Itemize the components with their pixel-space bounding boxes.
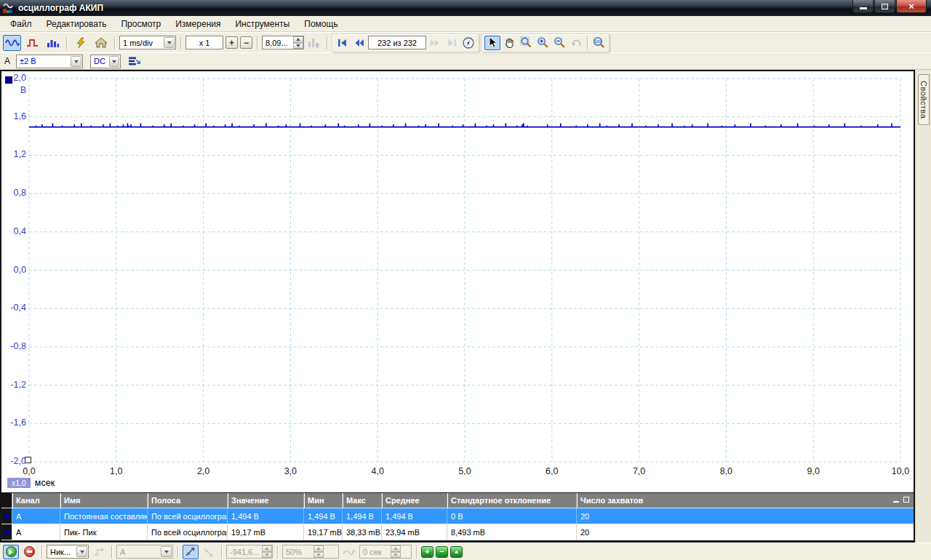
header-band[interactable]: Полоса bbox=[147, 493, 227, 508]
minimize-button[interactable] bbox=[852, 0, 874, 13]
combo-dropdown-button[interactable] bbox=[71, 56, 81, 67]
menu-edit[interactable]: Редактировать bbox=[39, 17, 114, 31]
pointer-zoom-group: 100 bbox=[482, 33, 610, 52]
timebase-combobox[interactable]: 1 ms/div bbox=[119, 36, 176, 49]
histogram-view-button[interactable] bbox=[44, 35, 62, 51]
menu-help[interactable]: Помощь bbox=[297, 17, 345, 31]
trigger-source-combobox: A bbox=[116, 545, 173, 559]
cell-mean: 1,494 В bbox=[381, 508, 447, 524]
header-captures[interactable]: Число захватов bbox=[576, 493, 914, 508]
home-view-button[interactable] bbox=[92, 35, 110, 51]
start-acquisition-button[interactable] bbox=[3, 545, 19, 559]
properties-tab[interactable]: Свойства bbox=[918, 74, 930, 125]
step-arrow-icon bbox=[93, 547, 105, 557]
cell-max: 38,33 mВ bbox=[342, 524, 381, 540]
offset-down-button[interactable] bbox=[293, 43, 303, 49]
zoom-region-icon bbox=[520, 36, 532, 49]
header-name[interactable]: Имя bbox=[60, 493, 147, 508]
minus-icon: − bbox=[244, 39, 249, 47]
trigger-level-spinner: -941,6... bbox=[226, 545, 273, 559]
separator bbox=[111, 545, 112, 559]
voltage-range-combobox[interactable]: ±2 В bbox=[16, 55, 83, 68]
sine-wave-icon bbox=[5, 37, 20, 48]
zoom-factor-increase-button[interactable]: + bbox=[225, 36, 238, 49]
x-tick-label: 5,0 bbox=[458, 466, 471, 476]
combo-dropdown-button[interactable] bbox=[76, 546, 87, 557]
pretrigger-spinner: 50% bbox=[282, 545, 339, 559]
header-min[interactable]: Мин bbox=[303, 493, 342, 508]
zoom-factor-value: x 1 bbox=[199, 39, 210, 47]
origin-drag-handle[interactable] bbox=[25, 457, 31, 463]
acquisition-toolbar: Ник... A -941,6... 5 bbox=[0, 543, 931, 560]
x-axis-unit: мсек bbox=[35, 478, 55, 488]
first-frame-button[interactable] bbox=[335, 36, 351, 50]
measurement-row-peak-peak[interactable]: A Пик- Пик По всей осциллограмме 19,17 m… bbox=[1, 524, 914, 540]
playback-dial-button[interactable] bbox=[460, 36, 476, 50]
pulse-view-button[interactable] bbox=[23, 35, 41, 51]
separator bbox=[221, 545, 222, 559]
down-arrow-icon bbox=[265, 553, 269, 559]
trigger-mode-combobox[interactable]: Ник... bbox=[47, 545, 89, 559]
y-tick-label: 0,0 bbox=[1, 265, 26, 275]
svg-text:100: 100 bbox=[594, 39, 601, 44]
zoom-region-button[interactable] bbox=[518, 36, 534, 50]
combo-dropdown-button bbox=[161, 546, 172, 557]
y-axis-unit: В bbox=[12, 85, 26, 95]
header-mean[interactable]: Среднее bbox=[381, 493, 447, 508]
measurement-row-dc[interactable]: A Постоянная составляющая По всей осцилл… bbox=[1, 508, 914, 524]
x-scale-badge: x1,0 bbox=[7, 478, 31, 488]
minimize-icon bbox=[860, 7, 867, 9]
cell-band: По всей осциллограмме bbox=[147, 508, 227, 524]
frame-position-field[interactable]: 232 из 232 bbox=[368, 36, 426, 49]
add-measurement-button[interactable]: + bbox=[421, 546, 433, 558]
voltage-range-value: ±2 В bbox=[17, 57, 70, 65]
stop-icon bbox=[24, 546, 35, 557]
select-tool-button[interactable] bbox=[484, 36, 500, 50]
waveform-display[interactable]: 2,01,61,20,80,40,0-0,4-0,8-1,2-1,6-2,0 В… bbox=[1, 71, 914, 492]
cell-min: 1,494 В bbox=[303, 508, 342, 524]
zoom-out-button[interactable] bbox=[551, 36, 567, 50]
restore-button[interactable] bbox=[874, 0, 895, 13]
zoom-factor-decrease-button[interactable]: − bbox=[240, 36, 252, 49]
square-pulse-icon bbox=[26, 38, 39, 48]
autosetup-button[interactable] bbox=[71, 35, 89, 51]
down-arrow-icon bbox=[296, 44, 300, 49]
close-icon: × bbox=[908, 1, 914, 12]
rising-edge-button[interactable] bbox=[183, 545, 199, 559]
previous-frame-button[interactable] bbox=[351, 36, 367, 50]
zoom-100-button[interactable]: 100 bbox=[591, 36, 607, 50]
menu-measurements[interactable]: Измерения bbox=[168, 17, 228, 31]
pan-tool-button[interactable] bbox=[501, 36, 517, 50]
zoom-factor-field[interactable]: x 1 bbox=[185, 36, 223, 49]
header-std[interactable]: Стандартное отклонение bbox=[447, 493, 576, 508]
table-collapse-icon[interactable] bbox=[893, 501, 899, 503]
coupling-combobox[interactable]: DC bbox=[90, 55, 121, 68]
cell-std: 8,493 mВ bbox=[447, 524, 576, 540]
cell-channel: A bbox=[12, 508, 60, 524]
offset-up-button[interactable] bbox=[293, 36, 303, 43]
triangle-up-icon: ▲ bbox=[454, 549, 460, 555]
header-max[interactable]: Макс bbox=[342, 493, 381, 508]
cell-max: 1,494 В bbox=[342, 508, 381, 524]
timebase-value: 1 ms/div bbox=[120, 39, 163, 47]
expand-measurements-button[interactable]: ▲ bbox=[450, 546, 463, 558]
combo-dropdown-button[interactable] bbox=[109, 56, 119, 67]
header-channel[interactable]: Канал bbox=[12, 493, 60, 508]
menu-file[interactable]: Файл bbox=[3, 17, 39, 31]
waveform-view-button[interactable] bbox=[3, 35, 21, 51]
menu-tools[interactable]: Инструменты bbox=[228, 17, 297, 31]
table-expand-icon[interactable] bbox=[903, 497, 909, 503]
remove-measurement-button[interactable]: − bbox=[436, 546, 448, 558]
header-value[interactable]: Значение bbox=[227, 493, 303, 508]
combo-dropdown-button[interactable] bbox=[164, 37, 175, 48]
minus-icon: − bbox=[439, 548, 444, 556]
zoom-in-button[interactable] bbox=[535, 36, 551, 50]
stop-acquisition-button[interactable] bbox=[21, 545, 37, 559]
close-button[interactable]: × bbox=[896, 0, 927, 13]
menu-view[interactable]: Просмотр bbox=[113, 17, 168, 31]
falling-edge-button bbox=[201, 545, 217, 559]
curve-arrow-icon bbox=[343, 547, 356, 556]
offset-spinner[interactable]: 8,09... bbox=[262, 36, 304, 49]
channel-options-button[interactable] bbox=[127, 54, 143, 68]
plus-icon: + bbox=[425, 548, 429, 556]
